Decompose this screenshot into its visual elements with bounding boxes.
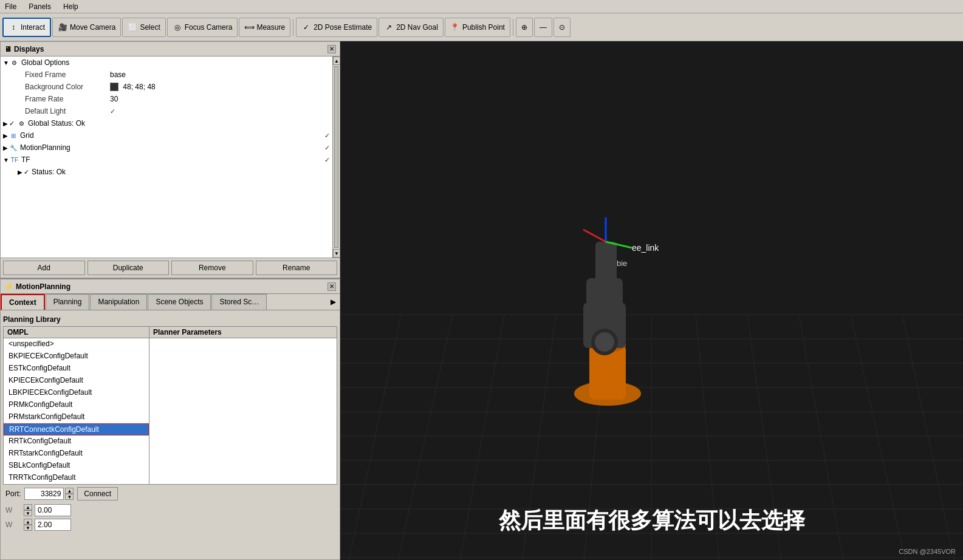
ompl-item-0[interactable]: <unspecified> xyxy=(4,338,149,350)
global-status-check: ✓ xyxy=(9,120,15,128)
planner-params-column: Planner Parameters xyxy=(149,327,337,484)
bg-color-value: 48; 48; 48 xyxy=(110,83,330,92)
ompl-item-5[interactable]: PRMkConfigDefault xyxy=(4,399,149,411)
rename-button[interactable]: Rename xyxy=(256,261,338,275)
num-spin-down-1[interactable]: ▼ xyxy=(24,510,32,516)
extra-btn-1[interactable]: ⊕ xyxy=(516,18,533,37)
ompl-item-3[interactable]: KPIECEkConfigDefault xyxy=(4,375,149,387)
displays-panel-header: 🖥 Displays ✕ xyxy=(1,42,340,56)
displays-panel-close[interactable]: ✕ xyxy=(327,45,336,53)
num-spin-up-2[interactable]: ▲ xyxy=(24,519,32,525)
move-camera-button[interactable]: 🎥 Move Camera xyxy=(52,18,121,37)
num-spinner-1[interactable]: ▲ ▼ xyxy=(24,504,32,516)
num-spin-up-1[interactable]: ▲ xyxy=(24,504,32,510)
2d-nav-button[interactable]: ↗ 2D Nav Goal xyxy=(379,18,444,37)
extra-btn-2[interactable]: — xyxy=(534,18,552,37)
tree-item-global-options[interactable]: ▼ ⚙ Global Options xyxy=(1,56,332,69)
frame-rate-value: 30 xyxy=(110,95,330,103)
ompl-list[interactable]: <unspecified> BKPIECEkConfigDefault ESTk… xyxy=(4,338,149,484)
port-input[interactable] xyxy=(24,488,64,500)
tree-item-tf[interactable]: ▼ TF TF ✓ xyxy=(1,154,332,166)
displays-scrollbar[interactable]: ▲ ▼ xyxy=(332,56,340,258)
motion-planning-panel-header: ⚡ MotionPlanning ✕ xyxy=(1,279,340,294)
scroll-thumb[interactable] xyxy=(334,66,338,248)
ompl-item-8[interactable]: RRTkConfigDefault xyxy=(4,435,149,448)
interact-label: Interact xyxy=(21,23,45,32)
global-options-arrow[interactable]: ▼ xyxy=(3,60,9,66)
grid-icon: ⊞ xyxy=(9,131,18,140)
num-spinner-2[interactable]: ▲ ▼ xyxy=(24,519,32,531)
tf-status-check: ✓ xyxy=(24,168,29,176)
extra-btn-3[interactable]: ⊙ xyxy=(553,18,571,37)
tree-item-global-status[interactable]: ▶ ✓ ⚙ Global Status: Ok xyxy=(1,117,332,129)
move-camera-icon: 🎥 xyxy=(58,22,67,32)
motion-planning-arrow[interactable]: ▶ xyxy=(3,145,8,151)
tf-arrow[interactable]: ▼ xyxy=(3,157,9,163)
bg-color-swatch xyxy=(110,83,118,91)
scroll-up-arrow[interactable]: ▲ xyxy=(333,56,340,65)
remove-button[interactable]: Remove xyxy=(171,261,253,275)
motion-planning-panel: ⚡ MotionPlanning ✕ Context Planning Mani… xyxy=(0,278,340,560)
ompl-item-10[interactable]: SBLkConfigDefault xyxy=(4,460,149,472)
ompl-item-9[interactable]: RRTstarkConfigDefault xyxy=(4,448,149,460)
bg-color-row: Background Color 48; 48; 48 xyxy=(1,81,332,93)
tabs-more-arrow[interactable]: ▶ xyxy=(327,294,340,310)
tab-scene-objects[interactable]: Scene Objects xyxy=(148,294,211,310)
ompl-item-1[interactable]: BKPIECEkConfigDefault xyxy=(4,350,149,363)
svg-rect-30 xyxy=(586,278,623,306)
ompl-item-2[interactable]: ESTkConfigDefault xyxy=(4,363,149,375)
motion-planning-panel-close[interactable]: ✕ xyxy=(327,282,336,291)
2d-nav-icon: ↗ xyxy=(384,22,394,32)
duplicate-button[interactable]: Duplicate xyxy=(87,261,170,275)
publish-point-label: Publish Point xyxy=(462,23,505,32)
tabs-row: Context Planning Manipulation Scene Obje… xyxy=(1,294,340,310)
menu-file[interactable]: File xyxy=(2,2,19,12)
focus-camera-label: Focus Camera xyxy=(185,23,233,32)
svg-text:ee_link: ee_link xyxy=(632,243,659,253)
ompl-item-6[interactable]: PRMstarkConfigDefault xyxy=(4,411,149,423)
tf-status-arrow[interactable]: ▶ xyxy=(18,169,22,176)
num-spin-down-2[interactable]: ▼ xyxy=(24,525,32,531)
tf-check: ✓ xyxy=(324,156,330,164)
grid-arrow[interactable]: ▶ xyxy=(3,132,8,139)
connect-button[interactable]: Connect xyxy=(77,487,118,500)
svg-point-29 xyxy=(595,332,614,352)
motion-planning-title-text: MotionPlanning xyxy=(16,282,70,291)
menu-help[interactable]: Help xyxy=(61,2,81,12)
measure-button[interactable]: ⟺ Measure xyxy=(239,18,290,37)
select-icon: ⬜ xyxy=(128,22,137,32)
global-status-arrow[interactable]: ▶ xyxy=(3,120,8,127)
add-button[interactable]: Add xyxy=(3,261,85,275)
tab-planning[interactable]: Planning xyxy=(46,294,90,310)
tree-item-tf-status[interactable]: ▶ ✓ Status: Ok xyxy=(1,166,332,178)
interact-button[interactable]: ↕ Interact xyxy=(2,18,51,37)
default-light-label: Default Light xyxy=(25,107,110,115)
tab-manipulation[interactable]: Manipulation xyxy=(90,294,147,310)
publish-point-button[interactable]: 📍 Publish Point xyxy=(445,18,510,37)
ompl-item-4[interactable]: LBKPIECEkConfigDefault xyxy=(4,387,149,399)
scroll-down-arrow[interactable]: ▼ xyxy=(333,249,340,258)
displays-buttons: Add Duplicate Remove Rename xyxy=(1,258,340,278)
select-button[interactable]: ⬜ Select xyxy=(122,18,165,37)
viewport[interactable]: ee_link bie 然后里面有很多算法可以去选择 CSDN @2345VOR xyxy=(340,41,963,560)
focus-camera-button[interactable]: ◎ Focus Camera xyxy=(167,18,238,37)
num-input-2[interactable] xyxy=(35,519,71,531)
svg-rect-31 xyxy=(595,242,617,281)
toolbar: ↕ Interact 🎥 Move Camera ⬜ Select ◎ Focu… xyxy=(0,13,963,41)
2d-pose-button[interactable]: ✓ 2D Pose Estimate xyxy=(296,18,377,37)
tree-item-motion-planning[interactable]: ▶ 🔧 MotionPlanning ✓ xyxy=(1,142,332,154)
tab-context[interactable]: Context xyxy=(1,294,45,310)
w-row-2: W ▲ ▼ xyxy=(3,517,337,532)
tree-item-grid[interactable]: ▶ ⊞ Grid ✓ xyxy=(1,129,332,142)
tab-stored-sc[interactable]: Stored Sc… xyxy=(211,294,267,310)
planner-params-content xyxy=(149,338,337,484)
ompl-item-7-selected[interactable]: RRTConnectkConfigDefault xyxy=(4,423,149,435)
ompl-item-11[interactable]: TRRTkConfigDefault xyxy=(4,472,149,484)
num-input-1[interactable] xyxy=(35,504,71,516)
port-spin-up[interactable]: ▲ xyxy=(65,488,74,494)
planning-library-label: Planning Library xyxy=(3,313,337,325)
port-spin-down[interactable]: ▼ xyxy=(65,494,74,500)
menu-panels[interactable]: Panels xyxy=(26,2,53,12)
port-spinner[interactable]: ▲ ▼ xyxy=(65,488,74,500)
default-light-value: ✓ xyxy=(110,108,330,115)
